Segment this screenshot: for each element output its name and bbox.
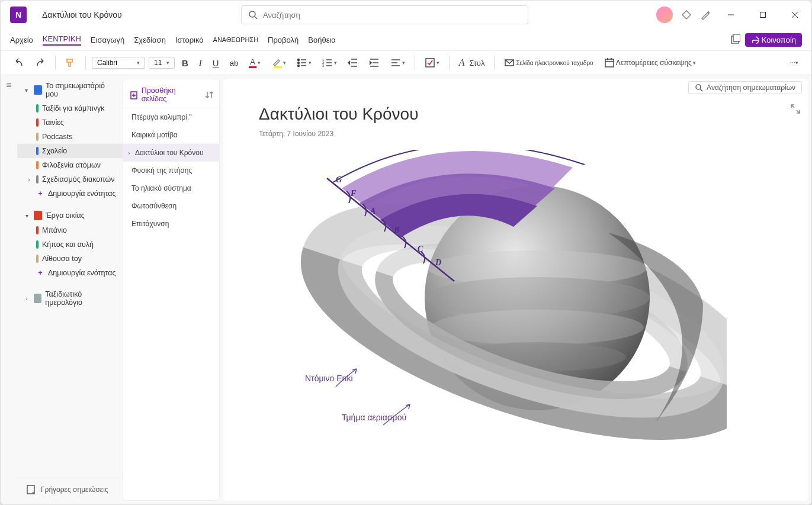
email-page-button[interactable]: Σελίδα ηλεκτρονικού ταχυδρο [500,55,596,70]
page-label: Το ηλιακό σύστημα [131,184,191,192]
menu-view[interactable]: Προβολή [268,36,299,44]
svg-text:3: 3 [322,64,325,67]
section-podcasts[interactable]: Podcasts [17,130,123,144]
styles-button[interactable]: A Στυλ [455,55,489,70]
align-button[interactable]: ▾ [387,55,409,70]
indent-button[interactable] [365,55,383,70]
outdent-button[interactable] [344,55,362,70]
page-item[interactable]: Πτέρυγα κολιμπρί." [123,108,219,126]
note-title[interactable]: Δακτύλιοι του Κρόνου [259,105,418,124]
section-school[interactable]: Σχολείο [17,144,123,158]
format-painter-button[interactable] [62,55,79,70]
open-new-window-icon[interactable] [730,34,740,45]
page-label: Φωτοσύνθεση [131,202,176,210]
quick-notes-icon [25,484,36,495]
page-item[interactable]: ›Δακτύλιοι του Κρόνου [123,144,219,162]
annotation-aeration[interactable]: Τμήμα αεριασμού [342,413,406,422]
font-size-select[interactable]: 11▾ [149,57,175,69]
menu-file[interactable]: Αρχείο [10,36,33,44]
ring-label-b: B [393,226,399,234]
section-hosting[interactable]: Φιλοξενία ατόμων [17,158,123,172]
section-camping[interactable]: Ταξίδι για κάμπινγκ [17,101,123,115]
redo-button[interactable] [31,55,49,70]
annotation-enki[interactable]: Ντόμινο Enki [305,374,353,383]
quick-notes-label: Γρήγορες σημειώσεις [41,485,108,494]
menu-home[interactable]: ΚΕΝΤΡΙΚΗ [43,34,81,46]
notebook-travel-journal[interactable]: › Ταξιδιωτικό ημερολόγιο [17,287,123,310]
section-bathroom[interactable]: Μπάνιο [17,223,123,237]
menu-help[interactable]: Βοήθεια [308,36,336,44]
section-vacation[interactable]: ›Σχεδιασμός διακοπών [17,172,123,186]
numbering-button[interactable]: 123▾ [319,55,341,70]
section-movies[interactable]: Ταινίες [17,115,123,130]
italic-button[interactable]: I [195,56,206,70]
page-label: Καιρικά μοτίβα [131,131,178,139]
svg-rect-31 [605,59,614,67]
notebook-my-notebook[interactable]: ▾ Το σημειωματάριό μου [17,79,123,101]
notebook-nav-panel: ▾ Το σημειωματάριό μου Ταξίδι για κάμπιν… [17,75,123,504]
page-label: Δακτύλιοι του Κρόνου [135,149,203,157]
highlight-button[interactable]: ▾ [268,55,290,70]
section-color-mark [36,104,38,112]
search-notebooks-box[interactable]: Αναζήτηση σημειωματαρίων [688,81,802,94]
font-color-button[interactable]: A▾ [245,55,264,70]
section-label: Σχολείο [42,147,67,155]
strikethrough-button[interactable]: ab [226,56,242,70]
add-section-label: Δημιουργία ενότητας [48,189,115,198]
note-canvas[interactable]: Αναζήτηση σημειωματαρίων Δακτύλιοι του Κ… [223,79,808,501]
page-item[interactable]: Φυσική της πτήσης [123,162,219,179]
global-search-input[interactable] [263,11,522,20]
minimize-button[interactable] [719,5,743,24]
section-toy-room[interactable]: Αίθουσα toy [17,252,123,266]
expand-canvas-button[interactable] [790,104,801,117]
content-area: ≡ ▾ Το σημειωματάριό μου Ταξίδι για κάμπ… [1,75,811,504]
quick-notes-button[interactable]: Γρήγορες σημειώσεις [17,478,123,501]
page-label: Φυσική της πτήσης [131,166,192,175]
ribbon-overflow-button[interactable]: ⋯▾ [787,57,802,68]
ring-label-d: D [435,258,441,267]
page-item[interactable]: Φωτοσύνθεση [123,197,219,215]
bold-button[interactable]: B [178,56,192,70]
diamond-icon[interactable] [681,9,692,20]
maximize-button[interactable] [751,5,775,24]
sort-icon[interactable] [205,91,213,99]
notebook-icon [34,85,42,95]
undo-button[interactable] [10,55,28,70]
bullets-button[interactable]: ▾ [293,55,315,70]
user-avatar[interactable] [656,7,673,23]
menu-draw[interactable]: Σχεδίαση [134,36,166,44]
add-section-button-1[interactable]: +Δημιουργία ενότητας [17,186,123,201]
add-page-button[interactable]: Προσθήκη σελίδας [123,82,219,108]
notebook-icon [34,211,42,220]
page-item[interactable]: Καιρικά μοτίβα [123,126,219,144]
menu-history[interactable]: Ιστορικό [175,36,204,44]
underline-button[interactable]: U [209,56,223,70]
add-section-button-2[interactable]: +Δημιουργία ενότητας [17,266,123,280]
menu-review[interactable]: ΑΝΑΘΕΩΡΗΣΗ [213,36,259,43]
nav-toggle-button[interactable]: ≡ [1,75,17,504]
menu-insert[interactable]: Εισαγωγή [91,36,124,44]
ring-label-c: C [418,245,423,253]
sparkle-pen-icon[interactable] [700,9,711,20]
app-window: N Δακτύλιοι του Κρόνου Αρχείο ΚΕΝΤΡΙΚΗ Ε… [0,0,812,505]
notebook-label: Έργα οικίας [46,211,85,220]
section-label: Podcasts [42,133,72,141]
global-search-box[interactable] [241,5,528,24]
section-garden[interactable]: Κήπος και αυλή [17,237,123,252]
todo-tag-button[interactable]: ▾ [421,55,443,70]
pages-panel: Προσθήκη σελίδας Πτέρυγα κολιμπρί." Καιρ… [123,79,220,501]
chevron-right-icon: › [23,295,30,302]
notebook-home-projects[interactable]: ▾ Έργα οικίας [17,208,123,223]
section-label: Κήπος και αυλή [42,240,94,249]
close-button[interactable] [783,5,807,24]
notebook-label: Το σημειωματάριό μου [46,82,119,98]
plus-icon: + [36,269,44,277]
ring-label-f: F [350,189,357,198]
font-family-select[interactable]: Calibri▾ [92,57,145,69]
note-date: Τετάρτη, 7 Ιουνίου 2023 [259,130,333,138]
share-button[interactable]: Κοινοποίη [745,33,802,47]
meeting-details-button[interactable]: Λεπτομέρειες σύσκεψης▾ [601,55,699,70]
page-item[interactable]: Το ηλιακό σύστημα [123,179,219,197]
search-icon [248,9,258,20]
page-item[interactable]: Επιτάχυνση [123,215,219,233]
